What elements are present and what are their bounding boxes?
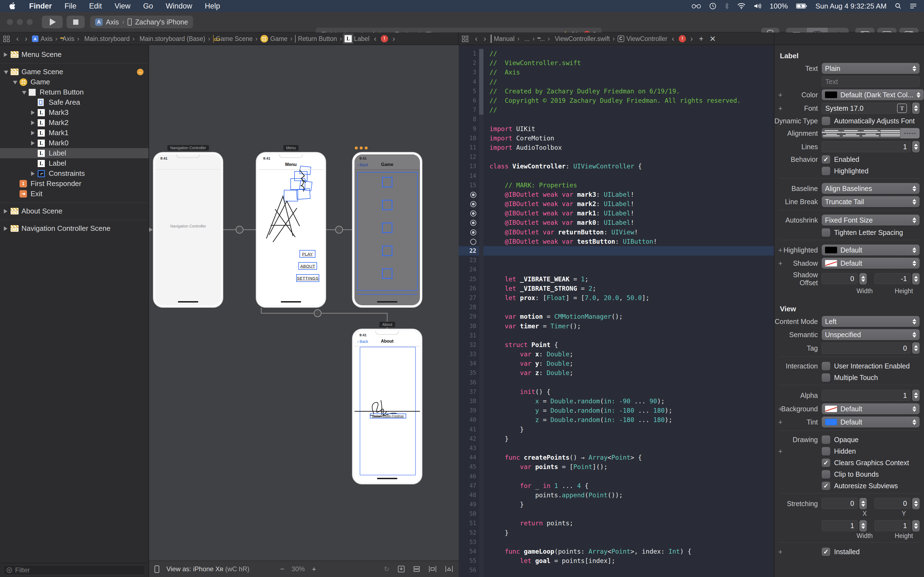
outline-item-exit[interactable]: ⇥ Exit	[0, 189, 149, 199]
checkbox-automatically-adjusts-font[interactable]	[822, 117, 830, 125]
code-line-7[interactable]: 7//	[459, 105, 774, 114]
disclosure-triangle[interactable]	[4, 209, 7, 213]
add-attribute-button[interactable]: +	[778, 104, 782, 113]
add-editor-button[interactable]: +	[698, 34, 705, 43]
outline-item-game-scene[interactable]: Game Scene→	[0, 67, 149, 77]
code-line-45[interactable]: 45 var points = [Point]();	[459, 462, 774, 472]
source-editor[interactable]: 1// 2// ViewController.swift 3// Axis 4/…	[459, 45, 774, 577]
menu-edit[interactable]: Edit	[89, 2, 102, 10]
code-line-52[interactable]: 52 }	[459, 528, 774, 537]
disclosure-triangle[interactable]	[31, 171, 35, 176]
menu-button-about[interactable]: ABOUT	[298, 262, 317, 270]
mark-label-box[interactable]	[382, 268, 393, 279]
storyboard-entry-badge[interactable]: →	[137, 69, 144, 75]
editor-crumb[interactable]: Manual	[491, 35, 515, 43]
code-line-47[interactable]: 47 for _ in 1 ... 4 {	[459, 481, 774, 490]
stepper-control[interactable]	[912, 390, 919, 401]
device-preview-icon[interactable]	[155, 566, 159, 573]
code-line-39[interactable]: 39 y = Double.random(in: -180 ... 180);	[459, 406, 774, 415]
canvas-crumb[interactable]: Axis	[60, 35, 74, 43]
code-line-40[interactable]: 40 z = Double.random(in: -180 ... 180);	[459, 415, 774, 424]
stepper-control[interactable]	[912, 141, 919, 153]
scene-title-pill[interactable]: About	[380, 322, 395, 327]
spotlight-icon[interactable]	[895, 3, 901, 9]
prev-issue-button[interactable]: ‹	[372, 34, 378, 43]
add-attribute-button[interactable]: +	[778, 418, 782, 426]
code-line-57[interactable]: 57 if motion.isDeviceMotionAvailable {	[459, 575, 774, 577]
canvas-crumb[interactable]: LLabel	[344, 35, 369, 43]
code-line-10[interactable]: 10import CoreMotion	[459, 134, 774, 143]
editor-crumb[interactable]: ...	[522, 35, 530, 43]
menu-clock[interactable]: Sun Aug 4 9:32:25 AM	[816, 2, 887, 10]
scene-menu[interactable]: Menu 9:41 Menu	[256, 152, 326, 308]
checkbox-multiple-touch[interactable]	[822, 373, 830, 382]
canvas-crumb[interactable]: Game Scene	[213, 35, 253, 43]
scene-navigation-controller[interactable]: Navigation Controller 9:41 Navigation Co…	[153, 152, 223, 308]
field-lines[interactable]: 1	[822, 141, 911, 152]
outlet-connected-icon[interactable]	[470, 192, 476, 198]
time-machine-icon[interactable]	[709, 2, 716, 10]
checkbox-installed[interactable]: ✓	[822, 548, 830, 556]
stepper-control[interactable]	[912, 103, 919, 114]
dropdown-shadow[interactable]: Default	[822, 258, 919, 269]
stepper-control[interactable]	[912, 498, 919, 509]
code-line-18[interactable]: @IBOutlet weak var mark1: UILabel!	[459, 208, 774, 218]
code-line-20[interactable]: @IBOutlet var returnButton: UIView!	[459, 227, 774, 237]
editor-crumb[interactable]: ...	[537, 35, 545, 43]
disclosure-triangle[interactable]	[4, 53, 7, 57]
apple-icon[interactable]	[9, 2, 16, 10]
back-button[interactable]: ‹ Back	[357, 163, 368, 167]
checkbox-autoresize-subviews[interactable]: ✓	[822, 482, 830, 490]
code-line-23[interactable]: 23	[459, 256, 774, 265]
outline-item-mark2[interactable]: L Mark2	[0, 118, 149, 128]
field-width[interactable]: 0	[822, 273, 858, 284]
signature-label-box[interactable]: Zachary Dudley Friedman	[370, 414, 406, 419]
minimize-window-button[interactable]	[16, 19, 23, 25]
menu-help[interactable]: Help	[205, 2, 220, 10]
add-attribute-button[interactable]: +	[778, 259, 782, 268]
canvas-crumb[interactable]: Return Button	[295, 35, 337, 43]
outline-item-first-responder[interactable]: 1 First Responder	[0, 179, 149, 189]
outline-item-label[interactable]: L Label	[0, 148, 149, 158]
outline-item-game[interactable]: Game	[0, 77, 149, 87]
outlet-empty-icon[interactable]	[470, 239, 476, 245]
code-line-31[interactable]: 31	[459, 331, 774, 340]
disclosure-triangle[interactable]	[22, 91, 26, 95]
go-forward-button[interactable]: ›	[23, 34, 29, 43]
checkbox-highlighted[interactable]	[822, 167, 830, 175]
scene-title-pill[interactable]: Navigation Controller	[168, 145, 209, 151]
dropdown-autoshrink[interactable]: Fixed Font Size	[822, 214, 919, 226]
dropdown-content-mode[interactable]: Left	[822, 316, 919, 327]
outlet-connected-icon[interactable]	[470, 220, 476, 226]
zoom-window-button[interactable]	[26, 19, 33, 25]
add-attribute-button[interactable]: +	[778, 405, 782, 413]
text-input[interactable]: Text	[822, 76, 919, 87]
disclosure-triangle[interactable]	[4, 71, 8, 74]
outline-item-return-button[interactable]: Return Button	[0, 87, 149, 97]
stepper-control[interactable]	[912, 520, 919, 532]
interface-builder-canvas[interactable]: Navigation Controller 9:41 Navigation Co…	[149, 45, 459, 577]
code-line-14[interactable]: 14	[459, 171, 774, 180]
outline-item-mark1[interactable]: L Mark1	[0, 128, 149, 138]
outlet-connected-icon[interactable]	[470, 201, 476, 207]
code-line-49[interactable]: 49 }	[459, 500, 774, 509]
menu-view[interactable]: View	[115, 2, 131, 10]
close-window-button[interactable]	[6, 19, 13, 25]
disclosure-triangle[interactable]	[31, 110, 35, 115]
field-height[interactable]: -1	[874, 273, 911, 284]
go-forward-button[interactable]: ›	[482, 34, 488, 43]
view-as-label[interactable]: View as: iPhone Xʀ (wC hR)	[166, 565, 249, 573]
add-attribute-button[interactable]: +	[778, 91, 782, 99]
code-line-4[interactable]: 4//	[459, 77, 774, 87]
code-line-34[interactable]: 34 var y: Double;	[459, 359, 774, 368]
outline-item-about-scene[interactable]: About Scene	[0, 206, 149, 216]
code-line-36[interactable]: 36	[459, 378, 774, 387]
menu-window[interactable]: Window	[166, 2, 192, 10]
code-line-8[interactable]: 8	[459, 114, 774, 124]
disclosure-triangle[interactable]	[31, 131, 35, 135]
scene-about[interactable]: About 9:41 ‹ Back About	[352, 329, 422, 484]
checkbox-user-interaction-enabled[interactable]	[822, 362, 830, 371]
editor-crumb[interactable]: CViewController	[618, 35, 667, 43]
add-attribute-button[interactable]: +	[778, 447, 782, 456]
font-field[interactable]: System 17.0 T	[822, 103, 911, 114]
